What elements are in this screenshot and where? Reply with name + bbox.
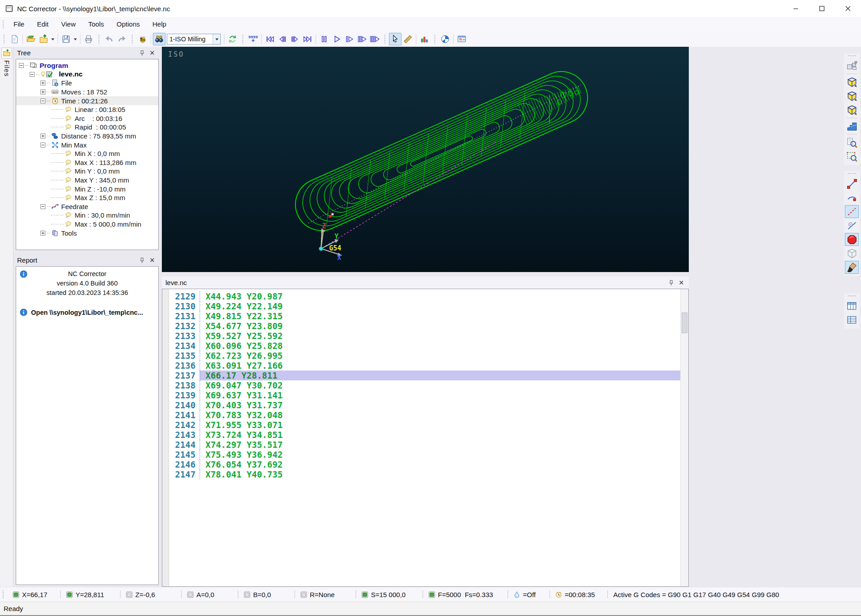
code-line-2130[interactable]: 2130X49.224 Y22.149 xyxy=(169,301,680,311)
tree-item-linear[interactable]: Linear : 00:18:05 xyxy=(16,105,158,114)
tree-item-max-y[interactable]: Max Y : 345,0 mm xyxy=(16,176,158,185)
toolbar-grip[interactable] xyxy=(848,173,857,175)
tree-item-tools[interactable]: Tools xyxy=(16,228,158,237)
code-line-2146[interactable]: 2146X76.054 Y37.692 xyxy=(169,460,680,469)
machine-view-button[interactable] xyxy=(845,59,859,72)
fast-forward-button[interactable] xyxy=(301,33,314,45)
maximize-button[interactable] xyxy=(809,0,835,17)
tangent-tool-button[interactable] xyxy=(845,219,859,232)
toolbar-grip[interactable] xyxy=(98,34,100,44)
menu-item-options[interactable]: Options xyxy=(110,17,146,31)
settings-screen-button[interactable] xyxy=(455,33,468,45)
tree-item-distance[interactable]: Distance : 75 893,55 mm xyxy=(16,132,158,141)
minimize-button[interactable] xyxy=(783,0,809,17)
expander-minus-icon[interactable] xyxy=(19,63,24,68)
pie-analysis-button[interactable] xyxy=(439,33,451,45)
tree-item-min-z[interactable]: Min Z : -10,0 mm xyxy=(16,184,158,193)
code-line-2141[interactable]: 2141X70.783 Y32.048 xyxy=(169,410,680,420)
tree-item-rapid[interactable]: Rapid : 00:00:05 xyxy=(16,123,158,132)
toolbar-grip[interactable] xyxy=(3,34,5,44)
code-table-1-button[interactable] xyxy=(845,299,859,312)
tree-item-min-x[interactable]: Min X : 0,0 mm xyxy=(16,149,158,158)
iso-view-3-button[interactable] xyxy=(845,103,859,116)
code-editor[interactable]: 2129X44.943 Y20.9872130X49.224 Y22.14921… xyxy=(162,289,689,587)
expander-plus-icon[interactable] xyxy=(40,134,45,138)
toolbar-grip[interactable] xyxy=(848,55,857,57)
scrollbar-thumb[interactable] xyxy=(682,312,687,333)
measure-button[interactable] xyxy=(402,33,414,45)
expander-minus-icon[interactable] xyxy=(30,72,35,77)
code-line-2140[interactable]: 2140X70.403 Y31.737 xyxy=(169,400,680,410)
menu-grip[interactable] xyxy=(2,20,4,29)
tree-item-max[interactable]: Max : 5 000,0 mm/min xyxy=(16,220,158,229)
tree-item-program[interactable]: Program xyxy=(16,61,158,70)
goto-line-button[interactable]: 9999 xyxy=(247,33,259,45)
open-recent-button[interactable] xyxy=(37,33,50,45)
reload-button[interactable] xyxy=(226,33,239,45)
code-line-2138[interactable]: 2138X69.047 Y30.702 xyxy=(169,380,680,390)
code-line-2137[interactable]: 2137X66.17 Y28.811 xyxy=(169,370,680,380)
print-button[interactable] xyxy=(82,33,95,45)
find-button[interactable] xyxy=(153,33,165,45)
code-line-2147[interactable]: 2147X78.041 Y40.735 xyxy=(169,469,680,479)
interpreter-combo[interactable]: 1-ISO Milling xyxy=(167,34,221,45)
save-file-button[interactable] xyxy=(60,33,72,45)
close-button[interactable] xyxy=(835,0,861,17)
code-line-2129[interactable]: 2129X44.943 Y20.987 xyxy=(169,291,680,301)
expander-plus-icon[interactable] xyxy=(40,80,45,85)
pin-icon[interactable] xyxy=(667,279,675,287)
stairs-view-button[interactable] xyxy=(845,120,859,133)
arc-tool-button[interactable] xyxy=(845,191,859,204)
menu-item-view[interactable]: View xyxy=(55,17,82,31)
solid-tool-button[interactable] xyxy=(845,247,859,260)
brush-tool-button[interactable] xyxy=(845,261,859,274)
menu-item-edit[interactable]: Edit xyxy=(31,17,55,31)
code-line-2135[interactable]: 2135X62.723 Y26.995 xyxy=(169,351,680,361)
play-faster-button[interactable] xyxy=(368,33,381,45)
pin-icon[interactable] xyxy=(138,256,146,264)
tree-item-time[interactable]: Time : 00:21:26 xyxy=(16,96,158,105)
code-line-2139[interactable]: 2139X69.637 Y31.141 xyxy=(169,390,680,400)
tree-item-min-y[interactable]: Min Y : 0,0 mm xyxy=(16,167,158,176)
open-recent-dropdown-button[interactable] xyxy=(50,33,56,45)
close-icon[interactable] xyxy=(148,256,156,264)
code-line-2143[interactable]: 2143X73.724 Y34.851 xyxy=(169,430,680,440)
tree-item-min-max[interactable]: Min Max xyxy=(16,140,158,149)
code-line-2136[interactable]: 2136X63.091 Y27.166 xyxy=(169,361,680,370)
menu-item-file[interactable]: File xyxy=(7,17,31,31)
expander-plus-icon[interactable] xyxy=(40,231,45,236)
step-forward-button[interactable] xyxy=(289,33,301,45)
viewport-3d[interactable]: ISO Z Y X G54 xyxy=(162,47,689,272)
close-icon[interactable] xyxy=(148,49,156,57)
expander-minus-icon[interactable] xyxy=(40,143,45,147)
line-tool-button[interactable] xyxy=(845,177,859,190)
new-file-button[interactable] xyxy=(8,33,21,45)
tree-item-feedrate[interactable]: Feedrate xyxy=(16,202,158,211)
expander-minus-icon[interactable] xyxy=(40,204,45,209)
combo-dropdown-button[interactable] xyxy=(213,34,220,44)
open-file-button[interactable] xyxy=(25,33,37,45)
redo-button[interactable] xyxy=(116,33,128,45)
toolbar-grip[interactable] xyxy=(848,295,857,297)
toolbar-grip[interactable] xyxy=(384,34,386,44)
code-line-2144[interactable]: 2144X74.297 Y35.517 xyxy=(169,440,680,450)
menu-item-tools[interactable]: Tools xyxy=(82,17,110,31)
tree-item-max-x[interactable]: Max X : 113,286 mm xyxy=(16,158,158,167)
step-back-button[interactable] xyxy=(276,33,289,45)
tree-item-leve.nc[interactable]: leve.nc xyxy=(16,70,158,79)
tree-item-min[interactable]: Min : 30,0 mm/min xyxy=(16,211,158,220)
play-fast-button[interactable] xyxy=(356,33,368,45)
code-table-2-button[interactable] xyxy=(845,313,859,326)
rewind-start-button[interactable] xyxy=(263,33,276,45)
tree-item-arc[interactable]: Arc : 00:03:16 xyxy=(16,114,158,123)
files-tab[interactable]: Files xyxy=(0,48,13,77)
pause-button[interactable] xyxy=(318,33,330,45)
toolbar-grip[interactable] xyxy=(131,34,134,44)
expander-minus-icon[interactable] xyxy=(40,98,45,103)
menu-item-help[interactable]: Help xyxy=(146,17,173,31)
undo-button[interactable] xyxy=(103,33,116,45)
iso-view-1-button[interactable] xyxy=(845,76,859,89)
code-scrollbar[interactable] xyxy=(680,289,688,586)
pin-icon[interactable] xyxy=(138,49,146,57)
code-line-2145[interactable]: 2145X75.493 Y36.942 xyxy=(169,450,680,460)
